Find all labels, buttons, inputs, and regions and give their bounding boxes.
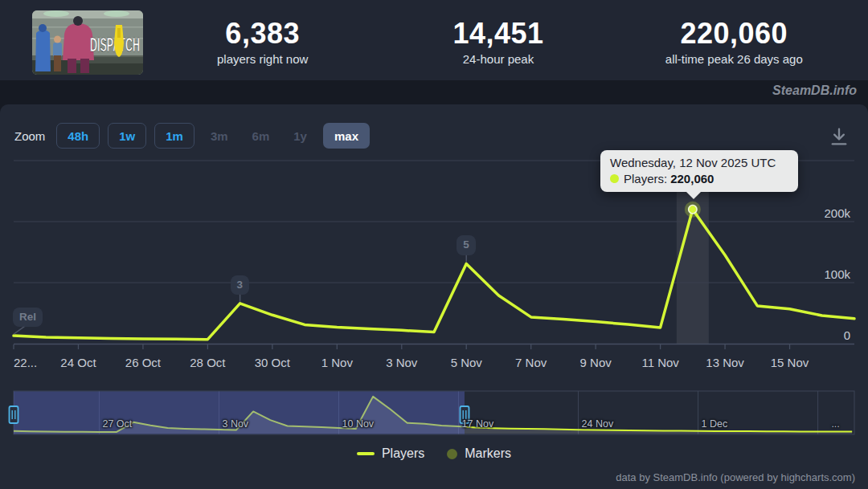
event-marker-badge-rel[interactable]: Rel <box>13 308 43 327</box>
navigator-date-label: 27 Oct <box>102 418 132 430</box>
x-axis-label: 3 Nov <box>386 356 417 369</box>
x-axis-label: 28 Oct <box>190 356 225 369</box>
zoom-button-group: 48h1w1m3m6m1ymax <box>56 123 370 149</box>
navigator-date-label: 10 Nov <box>342 418 375 430</box>
event-marker-stem <box>14 326 25 334</box>
chart-legend: PlayersMarkers <box>0 446 868 461</box>
zoom-range-button-1y: 1y <box>285 123 315 149</box>
x-axis-label: 22... <box>14 356 37 369</box>
x-axis-label: 15 Nov <box>771 356 809 369</box>
tooltip-series-dot-icon <box>610 174 619 183</box>
tooltip-players-value: 220,060 <box>670 172 714 185</box>
zoom-range-button-3m: 3m <box>203 123 236 149</box>
chart-tooltip: Wednesday, 12 Nov 2025 UTC Players: 220,… <box>600 150 798 192</box>
x-axis-label: 30 Oct <box>255 356 290 369</box>
y-axis-label: 100k <box>824 267 850 281</box>
download-icon[interactable] <box>828 125 850 148</box>
event-marker-badge-3[interactable]: 3 <box>231 275 250 295</box>
tooltip-date: Wednesday, 12 Nov 2025 UTC <box>610 156 788 169</box>
y-axis-label: 0 <box>844 328 850 342</box>
legend-item-label: Markers <box>465 446 511 461</box>
event-marker-badge-5[interactable]: 5 <box>457 235 476 255</box>
navigator-date-label: 3 Nov <box>222 418 248 430</box>
zoom-range-button-6m: 6m <box>244 123 278 149</box>
zoom-range-button-48h[interactable]: 48h <box>56 123 100 149</box>
legend-circle-swatch-icon <box>447 449 457 459</box>
tooltip-series-label: Players: <box>624 172 667 185</box>
navigator-date-label: 1 Dec <box>702 418 728 430</box>
legend-item-markers[interactable]: Markers <box>447 446 511 461</box>
navigator-left-handle[interactable] <box>10 406 18 423</box>
navigator-date-label: 17 Nov <box>462 418 494 430</box>
legend-item-label: Players <box>382 446 424 461</box>
zoom-range-button-1w[interactable]: 1w <box>108 123 146 149</box>
tooltip-players-row: Players: 220,060 <box>610 172 788 185</box>
zoom-toolbar: Zoom 48h1w1m3m6m1ymax <box>14 122 370 149</box>
x-axis-label: 9 Nov <box>580 356 612 369</box>
zoom-range-button-max[interactable]: max <box>323 123 370 149</box>
x-axis-label: 24 Oct <box>60 356 96 369</box>
x-axis-label: 5 Nov <box>451 356 482 369</box>
x-axis-label: 13 Nov <box>706 356 744 369</box>
zoom-range-button-1m[interactable]: 1m <box>154 123 194 149</box>
navigator-date-label: ... <box>831 418 839 430</box>
y-axis-label: 200k <box>824 206 850 220</box>
selected-point-dot[interactable] <box>689 206 697 214</box>
x-axis-label: 11 Nov <box>641 356 678 369</box>
legend-line-swatch-icon <box>357 452 375 455</box>
navigator-date-label: 24 Nov <box>582 418 614 430</box>
legend-item-players[interactable]: Players <box>357 446 424 461</box>
x-axis-label: 7 Nov <box>515 356 547 369</box>
x-axis-label: 1 Nov <box>321 356 353 369</box>
chart-canvas[interactable] <box>0 0 868 489</box>
players-series-line[interactable] <box>14 210 854 340</box>
steamdb-app-page: DISPATCH 6,383 players right now 14,451 … <box>0 0 868 489</box>
x-axis-label: 26 Oct <box>125 356 161 369</box>
chart-credit: data by SteamDB.info (powered by highcha… <box>616 471 855 483</box>
zoom-label: Zoom <box>14 129 45 143</box>
